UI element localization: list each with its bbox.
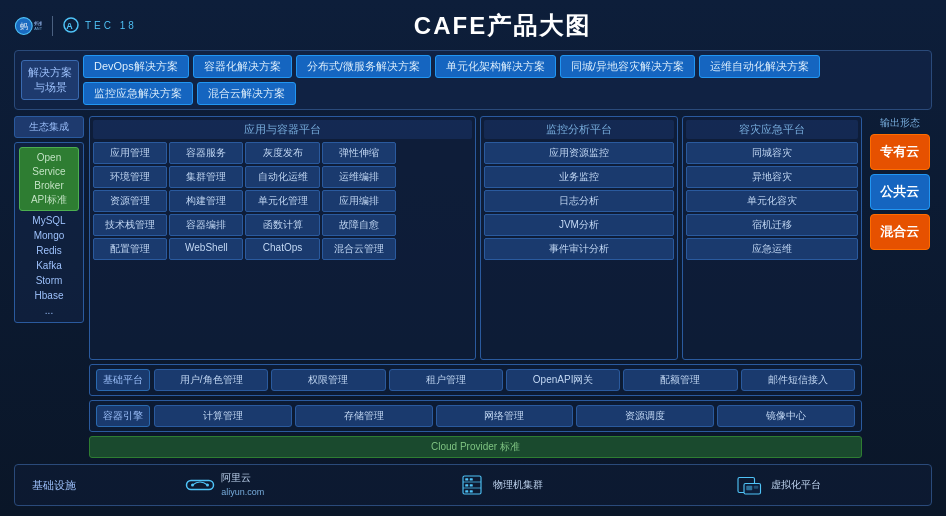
base-item-3[interactable]: OpenAPI网关 — [506, 369, 620, 391]
monitor-cell-1[interactable]: 业务监控 — [484, 166, 674, 188]
footer-items: 阿里云aliyun.com 物理机集群 — [89, 471, 917, 499]
sol-hybrid[interactable]: 混合云解决方案 — [197, 82, 296, 105]
app-cell-15[interactable]: 技术栈管理 — [93, 214, 167, 236]
app-cell-16[interactable]: 容器编排 — [169, 214, 243, 236]
svg-rect-13 — [465, 478, 468, 480]
container-item-2[interactable]: 网络管理 — [436, 405, 574, 427]
container-item-3[interactable]: 资源调度 — [576, 405, 714, 427]
disaster-cell-0[interactable]: 同城容灾 — [686, 142, 858, 164]
disaster-cell-1[interactable]: 异地容灾 — [686, 166, 858, 188]
monitor-grid: 应用资源监控 业务监控 日志分析 JVM分析 事件审计分析 — [484, 142, 674, 260]
app-cell-24 — [398, 238, 472, 260]
left-sidebar: 生态集成 OpenServiceBrokerAPI标准 MySQLMongoRe… — [14, 116, 84, 458]
app-cell-21[interactable]: WebShell — [169, 238, 243, 260]
svg-rect-18 — [469, 490, 472, 492]
svg-text:蚂: 蚂 — [20, 22, 28, 31]
svg-rect-16 — [469, 484, 472, 486]
app-cell-18[interactable]: 故障自愈 — [322, 214, 396, 236]
solution-label: 解决方案与场景 — [21, 60, 79, 100]
container-item-0[interactable]: 计算管理 — [154, 405, 292, 427]
app-cell-7[interactable]: 自动化运维 — [245, 166, 319, 188]
logo-divider — [52, 16, 53, 36]
app-cell-14 — [398, 190, 472, 212]
eco-tech-list: MySQLMongoRedisKafkaStormHbase... — [19, 213, 79, 318]
svg-point-8 — [191, 484, 194, 487]
private-cloud-btn[interactable]: 专有云 — [870, 134, 930, 170]
monitor-cell-3[interactable]: JVM分析 — [484, 214, 674, 236]
svg-text:TEC 18: TEC 18 — [85, 20, 137, 31]
monitor-platform: 监控分析平台 应用资源监控 业务监控 日志分析 JVM分析 事件审计分析 — [480, 116, 678, 360]
app-cell-3[interactable]: 弹性伸缩 — [322, 142, 396, 164]
sol-monitor[interactable]: 监控应急解决方案 — [83, 82, 193, 105]
app-cell-8[interactable]: 运维编排 — [322, 166, 396, 188]
app-cell-12[interactable]: 单元化管理 — [245, 190, 319, 212]
cloud-provider-bar: Cloud Provider 标准 — [89, 436, 862, 458]
app-cell-1[interactable]: 容器服务 — [169, 142, 243, 164]
server-icon — [457, 473, 487, 497]
svg-text:ANT FINANCIAL: ANT FINANCIAL — [34, 27, 42, 31]
base-item-4[interactable]: 配额管理 — [623, 369, 737, 391]
hybrid-cloud-btn[interactable]: 混合云 — [870, 214, 930, 250]
app-cell-2[interactable]: 灰度发布 — [245, 142, 319, 164]
page-wrapper: 蚂 蚂蚁金服 ANT FINANCIAL A TEC 18 CAFE产品大图 解… — [0, 0, 946, 516]
svg-rect-14 — [469, 478, 472, 480]
center-area: 应用与容器平台 应用管理 容器服务 灰度发布 弹性伸缩 环境管理 集群管理 自动… — [89, 116, 862, 458]
vm-text: 虚拟化平台 — [771, 478, 821, 492]
disaster-cell-3[interactable]: 宿机迁移 — [686, 214, 858, 236]
monitor-platform-title: 监控分析平台 — [484, 120, 674, 139]
eco-box: OpenServiceBrokerAPI标准 MySQLMongoRedisKa… — [14, 142, 84, 323]
right-sidebar: 输出形态 专有云 公共云 混合云 — [867, 116, 932, 458]
platform-section: 应用与容器平台 应用管理 容器服务 灰度发布 弹性伸缩 环境管理 集群管理 自动… — [89, 116, 862, 360]
footer-row: 基础设施 阿里云aliyun.com — [14, 464, 932, 506]
svg-rect-15 — [465, 484, 468, 486]
solution-row: 解决方案与场景 DevOps解决方案 容器化解决方案 分布式/微服务解决方案 单… — [14, 50, 932, 110]
container-engine-label: 容器引擎 — [96, 405, 150, 427]
base-item-0[interactable]: 用户/角色管理 — [154, 369, 268, 391]
app-cell-4 — [398, 142, 472, 164]
svg-text:蚂蚁金服: 蚂蚁金服 — [34, 20, 42, 26]
app-cell-0[interactable]: 应用管理 — [93, 142, 167, 164]
app-cell-6[interactable]: 集群管理 — [169, 166, 243, 188]
svg-rect-21 — [746, 486, 752, 491]
base-item-2[interactable]: 租户管理 — [389, 369, 503, 391]
footer-aliyun: 阿里云aliyun.com — [185, 471, 264, 499]
base-items: 用户/角色管理 权限管理 租户管理 OpenAPI网关 配额管理 邮件短信接入 — [154, 369, 855, 391]
app-cell-9 — [398, 166, 472, 188]
svg-text:A: A — [66, 21, 76, 31]
container-item-1[interactable]: 存储管理 — [295, 405, 433, 427]
sol-container[interactable]: 容器化解决方案 — [193, 55, 292, 78]
disaster-platform-title: 容灾应急平台 — [686, 120, 858, 139]
app-cell-11[interactable]: 构建管理 — [169, 190, 243, 212]
atec-logo: A TEC 18 — [63, 15, 143, 38]
main-area: 生态集成 OpenServiceBrokerAPI标准 MySQLMongoRe… — [14, 116, 932, 458]
aliyun-icon — [185, 473, 215, 497]
sol-unit[interactable]: 单元化架构解决方案 — [435, 55, 556, 78]
container-item-4[interactable]: 镜像中心 — [717, 405, 855, 427]
app-cell-20[interactable]: 配置管理 — [93, 238, 167, 260]
disaster-cell-2[interactable]: 单元化容灾 — [686, 190, 858, 212]
top-bar: 蚂 蚂蚁金服 ANT FINANCIAL A TEC 18 CAFE产品大图 — [14, 10, 932, 42]
disaster-cell-4[interactable]: 应急运维 — [686, 238, 858, 260]
monitor-cell-4[interactable]: 事件审计分析 — [484, 238, 674, 260]
base-item-1[interactable]: 权限管理 — [271, 369, 385, 391]
public-cloud-btn[interactable]: 公共云 — [870, 174, 930, 210]
open-service-broker: OpenServiceBrokerAPI标准 — [19, 147, 79, 211]
disaster-grid: 同城容灾 异地容灾 单元化容灾 宿机迁移 应急运维 — [686, 142, 858, 260]
app-cell-5[interactable]: 环境管理 — [93, 166, 167, 188]
sol-ops[interactable]: 运维自动化解决方案 — [699, 55, 820, 78]
base-item-5[interactable]: 邮件短信接入 — [741, 369, 855, 391]
sol-microservice[interactable]: 分布式/微服务解决方案 — [296, 55, 431, 78]
monitor-cell-0[interactable]: 应用资源监控 — [484, 142, 674, 164]
sol-disaster[interactable]: 同城/异地容灾解决方案 — [560, 55, 695, 78]
app-grid: 应用管理 容器服务 灰度发布 弹性伸缩 环境管理 集群管理 自动化运维 运维编排… — [93, 142, 472, 260]
app-cell-13[interactable]: 应用编排 — [322, 190, 396, 212]
monitor-cell-2[interactable]: 日志分析 — [484, 190, 674, 212]
app-cell-22[interactable]: ChatOps — [245, 238, 319, 260]
app-cell-23[interactable]: 混合云管理 — [322, 238, 396, 260]
footer-vm: 虚拟化平台 — [735, 473, 821, 497]
ant-financial-logo: 蚂 蚂蚁金服 ANT FINANCIAL — [14, 16, 42, 36]
sol-devops[interactable]: DevOps解决方案 — [83, 55, 189, 78]
app-platform: 应用与容器平台 应用管理 容器服务 灰度发布 弹性伸缩 环境管理 集群管理 自动… — [89, 116, 476, 360]
app-cell-10[interactable]: 资源管理 — [93, 190, 167, 212]
app-cell-17[interactable]: 函数计算 — [245, 214, 319, 236]
